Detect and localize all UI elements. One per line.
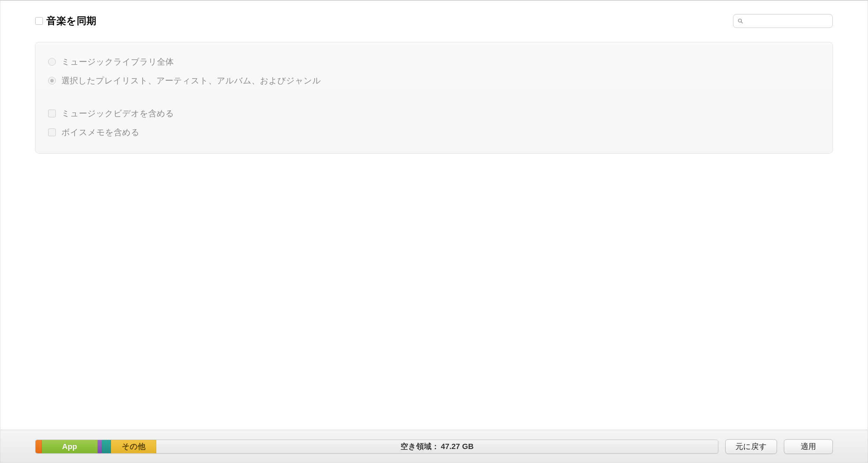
checkbox-include-music-videos-label: ミュージックビデオを含める bbox=[61, 108, 174, 119]
capacity-free-label: 空き領域： bbox=[401, 441, 439, 452]
svg-line-1 bbox=[741, 22, 742, 23]
options-panel: ミュージックライブラリ全体 選択したプレイリスト、アーティスト、アルバム、および… bbox=[35, 42, 833, 154]
checkbox-include-voice-memos[interactable] bbox=[48, 128, 56, 136]
capacity-segment-app: App bbox=[42, 440, 98, 453]
checkbox-voice-memos-row[interactable]: ボイスメモを含める bbox=[48, 127, 820, 138]
section-gap bbox=[48, 94, 820, 108]
search-input[interactable] bbox=[733, 14, 833, 28]
capacity-free-value: 47.27 GB bbox=[441, 442, 473, 451]
capacity-segment-free: 空き領域： 47.27 GB bbox=[156, 440, 718, 453]
capacity-segment-teal bbox=[102, 440, 111, 453]
radio-entire-library-row[interactable]: ミュージックライブラリ全体 bbox=[48, 56, 820, 67]
radio-selected-items-label: 選択したプレイリスト、アーティスト、アルバム、およびジャンル bbox=[61, 75, 321, 86]
revert-button[interactable]: 元に戻す bbox=[725, 439, 777, 454]
radio-entire-library[interactable] bbox=[48, 58, 56, 66]
bottom-bar: App その他 空き領域： 47.27 GB 元に戻す 適用 bbox=[0, 430, 868, 463]
page-title: 音楽を同期 bbox=[46, 14, 97, 28]
search-wrap bbox=[733, 14, 833, 28]
capacity-segment-purple bbox=[98, 440, 102, 453]
capacity-bar[interactable]: App その他 空き領域： 47.27 GB bbox=[35, 440, 718, 454]
checkbox-include-voice-memos-label: ボイスメモを含める bbox=[61, 127, 140, 138]
radio-selected-items-row[interactable]: 選択したプレイリスト、アーティスト、アルバム、およびジャンル bbox=[48, 75, 820, 86]
revert-button-label: 元に戻す bbox=[735, 441, 767, 452]
capacity-segment-other-label: その他 bbox=[122, 441, 145, 452]
capacity-segment-other: その他 bbox=[111, 440, 156, 453]
capacity-segment-audio bbox=[36, 440, 42, 453]
content-area: 音楽を同期 ミュージックライブラリ全体 選択したプレイリスト、アーティス bbox=[0, 1, 868, 430]
radio-entire-library-label: ミュージックライブラリ全体 bbox=[61, 56, 174, 67]
apply-button[interactable]: 適用 bbox=[784, 439, 833, 454]
capacity-segment-app-label: App bbox=[62, 442, 77, 451]
search-icon bbox=[737, 18, 743, 24]
header-row: 音楽を同期 bbox=[35, 14, 833, 28]
radio-selected-items[interactable] bbox=[48, 77, 56, 84]
window: 音楽を同期 ミュージックライブラリ全体 選択したプレイリスト、アーティス bbox=[0, 0, 868, 463]
sync-music-checkbox[interactable] bbox=[35, 17, 43, 25]
checkbox-include-music-videos[interactable] bbox=[48, 110, 56, 117]
apply-button-label: 適用 bbox=[801, 441, 816, 452]
checkbox-music-videos-row[interactable]: ミュージックビデオを含める bbox=[48, 108, 820, 119]
header-left: 音楽を同期 bbox=[35, 14, 97, 28]
